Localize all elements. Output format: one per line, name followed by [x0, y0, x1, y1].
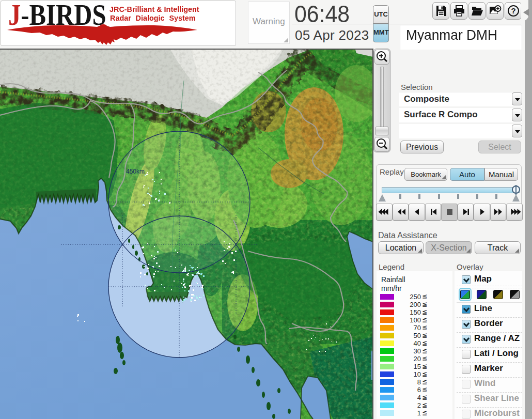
svg-text:450km: 450km	[126, 168, 145, 175]
svg-text:?: ?	[511, 6, 515, 15]
